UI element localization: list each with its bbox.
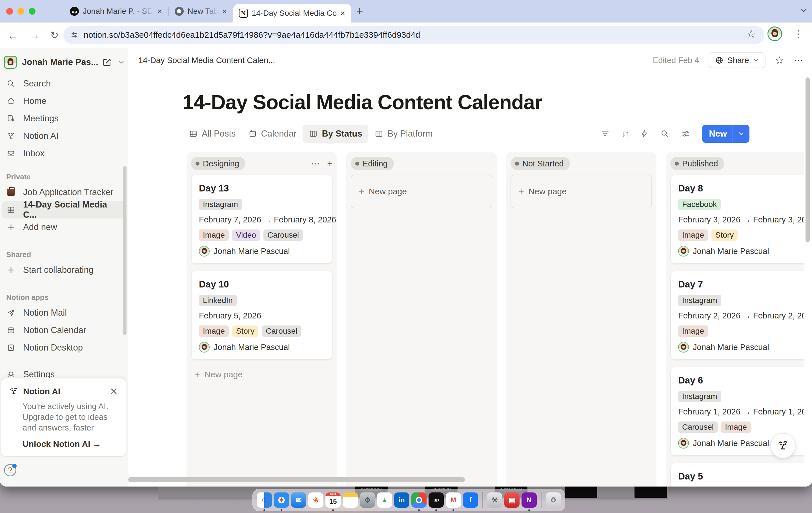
dock-app-upwork[interactable]: up <box>429 492 444 508</box>
status-pill[interactable]: Editing <box>351 157 394 170</box>
new-page-button[interactable]: +New page <box>351 175 492 208</box>
address-bar[interactable]: notion.so/b3a3e04ffedc4d6ea1b21d5a79f149… <box>63 26 764 44</box>
notion-ai-floating-button[interactable] <box>770 433 796 458</box>
minimize-window-button[interactable] <box>18 8 24 14</box>
sidebar-item-start-collaborating[interactable]: Start collaborating <box>2 261 126 279</box>
breadcrumb[interactable]: 14-Day Social Media Content Calen... <box>138 56 275 65</box>
dock-app-mail[interactable]: ✉ <box>291 492 306 508</box>
status-pill[interactable]: Designing <box>191 157 245 170</box>
sidebar-item-home[interactable]: Home <box>2 92 126 110</box>
column-menu-icon[interactable]: ⋯ <box>311 158 320 169</box>
dock-app-google-drive[interactable]: ▲ <box>377 492 392 508</box>
vertical-scrollbar[interactable] <box>806 78 810 242</box>
card-date: February 3, 2026 → February 3, 2026 <box>678 215 804 224</box>
browser-tab[interactable]: New Tab× <box>169 0 233 23</box>
tab-close-icon[interactable]: × <box>339 9 347 18</box>
browser-menu-icon[interactable]: ⋮ <box>793 28 804 39</box>
tag-carousel: Carousel <box>678 422 718 433</box>
sidebar-item-search[interactable]: Search <box>2 75 126 92</box>
sidebar-item-label: Add new <box>23 222 57 232</box>
page-title[interactable]: 14-Day Social Media Content Calendar <box>182 91 542 114</box>
dock-app-calendar[interactable]: FEB15 <box>325 492 341 508</box>
close-window-button[interactable] <box>6 8 13 14</box>
linkedin-icon: in <box>394 492 409 508</box>
dock-app-safari[interactable]: ✦ <box>274 492 289 508</box>
new-button[interactable]: New <box>702 125 750 143</box>
reload-button[interactable]: ↻ <box>50 29 59 41</box>
browser-tab[interactable]: upJonah Marie P. - SEO Content× <box>64 0 169 23</box>
browser-tab[interactable]: N14-Day Social Media Content× <box>233 4 352 23</box>
new-page-button[interactable]: +New page <box>511 175 652 208</box>
sidebar-item-notion-mail[interactable]: Notion Mail <box>2 304 126 322</box>
site-settings-icon[interactable] <box>70 31 79 39</box>
dock-app-linkedin[interactable]: in <box>394 492 409 508</box>
unlock-notion-ai-link[interactable]: Unlock Notion AI → <box>23 439 118 449</box>
sidebar-item-meetings[interactable]: Meetings <box>2 110 126 127</box>
dock-app-dev-tool[interactable]: ⚒ <box>487 492 502 508</box>
column-add-icon[interactable]: + <box>327 158 332 169</box>
close-icon[interactable]: ✕ <box>110 386 118 397</box>
ai-face-icon <box>9 387 19 396</box>
zoom-window-button[interactable] <box>29 8 35 14</box>
chevron-down-icon[interactable] <box>118 59 125 66</box>
share-button[interactable]: Share <box>708 52 765 68</box>
status-pill[interactable]: Not Started <box>511 157 570 170</box>
dock-divider <box>541 492 542 508</box>
card-day-10[interactable]: Day 10LinkedInFebruary 5, 2026ImageStory… <box>191 271 332 360</box>
sidebar-item-add-new[interactable]: Add new <box>2 218 126 236</box>
view-tab-all-posts[interactable]: All Posts <box>182 125 242 143</box>
view-tab-by-platform[interactable]: By Platform <box>368 125 439 143</box>
dock-app-gmail[interactable]: M <box>446 492 461 508</box>
bookmark-star-icon[interactable]: ☆ <box>746 27 756 40</box>
dock-app-onenote[interactable]: N <box>522 492 537 508</box>
sidebar-item-job-application-tracker[interactable]: Job Application Tracker <box>2 184 126 201</box>
dock-app-facebook[interactable]: f <box>463 492 478 508</box>
dock-app-trash[interactable]: ♻ <box>546 492 561 508</box>
page-menu-icon[interactable]: ⋯ <box>794 55 804 66</box>
sort-icon[interactable]: ↓↑ <box>621 129 628 139</box>
sidebar-item-notion-desktop[interactable]: NNotion Desktop <box>2 339 126 357</box>
dock-app-photo-tool[interactable]: ▣ <box>504 492 520 508</box>
dock-app-system-settings[interactable]: ⚙ <box>360 492 375 508</box>
view-tab-by-status[interactable]: By Status <box>302 125 368 143</box>
tab-search-chevron-icon[interactable] <box>800 7 808 14</box>
sidebar-item-notion-calendar[interactable]: 15Notion Calendar <box>2 322 126 339</box>
dock-app-photos[interactable]: ❀ <box>308 492 323 508</box>
search-icon[interactable] <box>660 129 669 138</box>
view-tab-calendar[interactable]: Calendar <box>242 125 303 143</box>
sidebar-item-notion-ai[interactable]: Notion AI <box>2 127 126 145</box>
browser-profile-avatar[interactable] <box>767 27 782 41</box>
automation-lightning-icon[interactable] <box>640 129 648 138</box>
tag-instagram: Instagram <box>678 391 721 402</box>
new-page-button[interactable]: +New page <box>191 367 332 382</box>
compose-icon[interactable] <box>102 57 112 67</box>
new-tab-button[interactable]: + <box>356 5 363 18</box>
favorite-star-icon[interactable]: ☆ <box>775 54 784 66</box>
tab-close-icon[interactable]: × <box>156 7 164 16</box>
browser-window: upJonah Marie P. - SEO Content×New Tab×N… <box>0 0 812 486</box>
tab-close-icon[interactable]: × <box>221 7 228 16</box>
sidebar-item-14-day-social-media-c...[interactable]: 14-Day Social Media C... <box>2 201 126 218</box>
filter-icon[interactable] <box>601 129 610 138</box>
dock-app-finder[interactable]: ☺ <box>257 492 272 508</box>
sidebar-item-settings[interactable]: Settings <box>2 367 126 379</box>
horizontal-scrollbar[interactable] <box>128 477 465 482</box>
board-column-designing: Designing⋯+Day 13InstagramFebruary 7, 20… <box>186 152 337 486</box>
back-button[interactable]: ← <box>7 29 19 42</box>
card-day-8[interactable]: Day 8FacebookFebruary 3, 2026 → February… <box>670 175 804 264</box>
forward-button[interactable]: → <box>29 29 40 42</box>
sidebar-item-inbox[interactable]: Inbox <box>2 145 126 162</box>
card-date: February 5, 2026 <box>199 311 325 321</box>
card-day-7[interactable]: Day 7InstagramFebruary 2, 2026 → Februar… <box>670 271 804 360</box>
dock-app-chrome[interactable] <box>411 492 427 508</box>
card-day-13[interactable]: Day 13InstagramFebruary 7, 2026 → Februa… <box>191 175 332 264</box>
workspace-switcher[interactable]: Jonah Marie Pas... <box>4 54 125 71</box>
sidebar-scrollbar[interactable] <box>123 166 126 335</box>
help-button[interactable]: ? <box>4 464 16 476</box>
new-dropdown-chevron-icon[interactable] <box>733 130 750 138</box>
view-settings-icon[interactable] <box>681 129 690 138</box>
person-name: Jonah Marie Pascual <box>693 343 769 352</box>
status-pill[interactable]: Published <box>670 157 724 170</box>
dock-app-notes[interactable] <box>343 492 358 508</box>
card-day-5[interactable]: Day 5 <box>670 462 804 486</box>
